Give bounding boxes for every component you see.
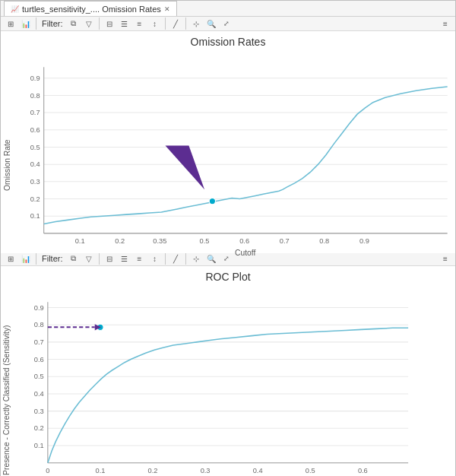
svg-text:0.5: 0.5 [306,467,315,474]
svg-text:0.2: 0.2 [30,195,40,203]
svg-text:0.9: 0.9 [359,237,369,245]
highlight-dot-top [209,198,215,204]
menu-icon[interactable]: ≡ [439,17,452,30]
svg-text:0: 0 [46,467,49,474]
svg-text:0.35: 0.35 [153,237,166,245]
top-toolbar: ⊞ 📊 Filter: ⧉ ▽ ⊟ ☰ ≡ ↕ ╱ ⊹ 🔍 ⤢ ≡ [1,17,455,31]
sep3 [165,17,166,30]
sep1 [36,17,36,30]
svg-text:0.8: 0.8 [319,237,329,245]
svg-text:0.8: 0.8 [30,92,40,100]
top-tab-icon: 📈 [11,5,19,13]
y-axis-label-bottom: Presence - Correctly Classified (Sensiti… [2,325,11,474]
svg-text:0.8: 0.8 [34,321,44,328]
toolbar-right: ≡ [439,17,452,30]
top-tab[interactable]: 📈 turtles_sensitivity_.... Omission Rate… [4,1,177,16]
zoom-icon[interactable]: 🔍 [204,17,218,30]
bottom-panel: 📈 turtles_sensitivity_...able - ROC Plot… [0,236,456,476]
svg-text:0.6: 0.6 [34,356,44,363]
svg-text:0.6: 0.6 [239,237,249,245]
svg-text:0.1: 0.1 [95,467,105,474]
cursor-icon[interactable]: ⊹ [189,17,203,30]
bottom-chart-area: ROC Plot Presence - Correctly Classified… [1,266,455,476]
top-tab-bar: 📈 turtles_sensitivity_.... Omission Rate… [1,1,455,17]
table-icon[interactable]: ⊞ [4,17,17,30]
svg-text:0.2: 0.2 [115,237,125,245]
svg-text:0.7: 0.7 [30,109,40,116]
grid-icon[interactable]: ⊟ [103,17,116,30]
svg-text:0.4: 0.4 [30,160,40,168]
top-chart-svg: Omission Rate 0.1 0.2 0.35 0.5 0.6 0.7 0… [1,49,455,271]
filter-icon1[interactable]: ⧉ [67,17,81,30]
sort-icon[interactable]: ↕ [148,17,162,30]
svg-text:0.4: 0.4 [34,390,44,398]
svg-text:0.9: 0.9 [30,75,40,82]
bottom-chart-svg: Presence - Correctly Classified (Sensiti… [1,284,455,476]
svg-text:0.5: 0.5 [200,237,210,245]
top-chart-area: Omission Rates Omission Rate 0.1 0.2 0.3… [1,31,455,253]
line-icon[interactable]: ╱ [169,17,182,30]
svg-text:0.7: 0.7 [280,237,290,245]
svg-text:0.7: 0.7 [34,338,44,346]
svg-text:0.4: 0.4 [253,467,263,474]
annotation-arrow-top [166,145,205,189]
y-axis-label-top: Omission Rate [3,139,11,191]
svg-text:0.5: 0.5 [34,373,44,380]
svg-text:0.2: 0.2 [148,467,158,474]
row-icon[interactable]: ≡ [133,17,147,30]
x-axis-label-top: Cutoff [235,249,255,257]
chart-icon[interactable]: 📊 [19,17,33,30]
svg-text:0.3: 0.3 [30,178,40,186]
filter-icon2[interactable]: ▽ [82,17,96,30]
svg-text:0.3: 0.3 [34,408,44,415]
svg-text:0.3: 0.3 [201,467,211,474]
top-tab-label: turtles_sensitivity_.... Omission Rates [22,5,161,14]
svg-text:0.9: 0.9 [34,304,44,312]
svg-text:0.6: 0.6 [358,467,368,474]
sep2 [99,17,100,30]
svg-text:0.6: 0.6 [30,126,40,134]
svg-text:0.1: 0.1 [30,212,40,220]
svg-text:0.2: 0.2 [34,424,44,432]
top-tab-close[interactable]: ✕ [164,5,170,13]
top-panel: 📈 turtles_sensitivity_.... Omission Rate… [0,0,456,236]
bottom-chart-title: ROC Plot [1,266,455,284]
filter-label: Filter: [42,19,63,28]
extent-icon[interactable]: ⤢ [220,17,233,30]
top-chart-title: Omission Rates [1,31,455,49]
col-icon[interactable]: ☰ [118,17,131,30]
svg-text:0.5: 0.5 [30,144,40,151]
svg-text:0.1: 0.1 [75,237,85,245]
svg-text:0.1: 0.1 [34,442,44,449]
sep4 [185,17,186,30]
